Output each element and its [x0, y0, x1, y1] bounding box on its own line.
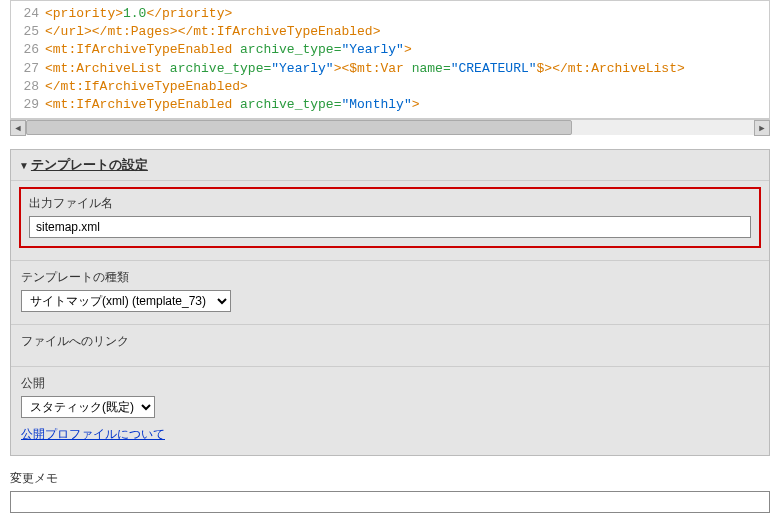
code-token: archive_type= [240, 97, 341, 112]
code-token: archive_type= [170, 61, 271, 76]
line-number: 25 [15, 23, 39, 41]
code-editor[interactable]: 24<priority>1.0</priority>25</url></mt:P… [10, 0, 770, 119]
code-line: 27<mt:ArchiveList archive_type="Yearly">… [11, 60, 769, 78]
scroll-right-button[interactable]: ► [754, 120, 770, 136]
scrollbar-track[interactable] [26, 120, 754, 135]
code-token: </mt:Pages> [92, 24, 178, 39]
output-file-label: 出力ファイル名 [29, 195, 751, 212]
code-token: name= [412, 61, 451, 76]
code-token: "Yearly" [271, 61, 333, 76]
publish-group: 公開 スタティック(既定) 公開プロファイルについて [11, 367, 769, 455]
code-token: > [412, 97, 420, 112]
code-token: "CREATEURL" [451, 61, 537, 76]
code-token: "Yearly" [341, 42, 403, 57]
line-number: 24 [15, 5, 39, 23]
code-token: <priority> [45, 6, 123, 21]
code-token: </url> [45, 24, 92, 39]
code-line: 28</mt:IfArchiveTypeEnabled> [11, 78, 769, 96]
code-token: </priority> [146, 6, 232, 21]
template-settings-panel: ▼テンプレートの設定 出力ファイル名 テンプレートの種類 サイトマップ(xml)… [10, 149, 770, 456]
scroll-left-button[interactable]: ◄ [10, 120, 26, 136]
code-token: > [404, 42, 412, 57]
output-file-input[interactable] [29, 216, 751, 238]
code-token: "Monthly" [341, 97, 411, 112]
line-number: 28 [15, 78, 39, 96]
code-line: 29<mt:IfArchiveTypeEnabled archive_type=… [11, 96, 769, 114]
code-token: <mt:ArchiveList [45, 61, 170, 76]
horizontal-scrollbar[interactable]: ◄ ► [10, 119, 770, 135]
template-type-select[interactable]: サイトマップ(xml) (template_73) [21, 290, 231, 312]
code-token: </mt:IfArchiveTypeEnabled> [178, 24, 381, 39]
code-token: 1.0 [123, 6, 146, 21]
template-type-group: テンプレートの種類 サイトマップ(xml) (template_73) [11, 261, 769, 325]
code-token: </mt:IfArchiveTypeEnabled> [45, 79, 248, 94]
output-file-group: 出力ファイル名 [11, 181, 769, 261]
line-number: 27 [15, 60, 39, 78]
highlight-box: 出力ファイル名 [19, 187, 761, 248]
file-link-label: ファイルへのリンク [21, 333, 759, 350]
code-line: 25</url></mt:Pages></mt:IfArchiveTypeEna… [11, 23, 769, 41]
code-token: <mt:IfArchiveTypeEnabled [45, 42, 240, 57]
code-token: archive_type= [240, 42, 341, 57]
code-token: </mt:ArchiveList> [552, 61, 685, 76]
change-memo-section: 変更メモ [10, 470, 770, 513]
panel-header[interactable]: ▼テンプレートの設定 [11, 150, 769, 181]
line-number: 26 [15, 41, 39, 59]
publish-label: 公開 [21, 375, 759, 392]
publish-profile-link[interactable]: 公開プロファイルについて [21, 427, 165, 441]
collapse-triangle-icon: ▼ [19, 160, 29, 171]
scrollbar-thumb[interactable] [26, 120, 572, 135]
publish-select[interactable]: スタティック(既定) [21, 396, 155, 418]
code-token: <mt:IfArchiveTypeEnabled [45, 97, 240, 112]
code-token: $> [537, 61, 553, 76]
panel-title: テンプレートの設定 [31, 157, 148, 172]
code-line: 24<priority>1.0</priority> [11, 5, 769, 23]
code-token: <$mt:Var [341, 61, 411, 76]
code-line: 26<mt:IfArchiveTypeEnabled archive_type=… [11, 41, 769, 59]
template-type-label: テンプレートの種類 [21, 269, 759, 286]
change-memo-input[interactable] [10, 491, 770, 513]
change-memo-label: 変更メモ [10, 470, 770, 487]
line-number: 29 [15, 96, 39, 114]
file-link-group: ファイルへのリンク [11, 325, 769, 367]
